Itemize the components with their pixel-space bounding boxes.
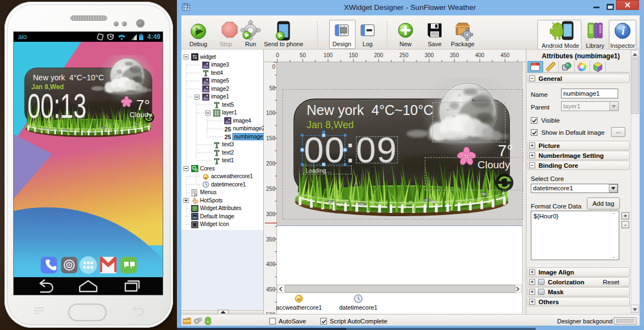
svg-text:25: 25 bbox=[224, 126, 231, 133]
svg-text:Ac: Ac bbox=[204, 176, 207, 179]
svg-text:i: i bbox=[621, 25, 625, 37]
svg-text:Ac: Ac bbox=[297, 298, 301, 301]
svg-text:25: 25 bbox=[224, 134, 231, 140]
